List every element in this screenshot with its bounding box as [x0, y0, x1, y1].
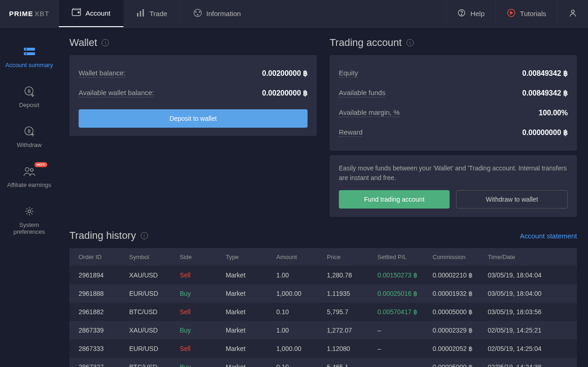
equity-value: 0.00849342 ฿	[522, 69, 568, 78]
cell-symbol: BTC/USD	[129, 308, 180, 316]
cell-comm: 0.00005000 ฿	[433, 363, 488, 367]
affiliate-icon	[23, 165, 35, 178]
cell-orderid: 2867327	[79, 363, 129, 367]
svg-point-6	[195, 11, 196, 12]
gear-icon	[24, 205, 34, 218]
cell-type: Market	[226, 308, 276, 316]
withdraw-wallet-button[interactable]: Withdraw to wallet	[456, 190, 568, 209]
play-icon	[507, 9, 515, 18]
table-row[interactable]: 2961888EUR/USDBuyMarket1,000.001.119350.…	[69, 284, 577, 303]
margin-value: 100.00%	[539, 109, 568, 117]
svg-text:฿: ฿	[27, 88, 30, 94]
svg-point-1	[78, 12, 80, 13]
cell-pl: –	[377, 327, 433, 334]
chart-icon	[137, 9, 145, 18]
cell-pl: 0.00150273 ฿	[377, 271, 433, 279]
wallet-title: Wallet	[69, 37, 97, 49]
sidebar-item-system[interactable]: System preferences	[0, 197, 58, 243]
cell-price: 1.11935	[327, 290, 377, 297]
cell-symbol: BTC/USD	[129, 363, 180, 367]
sidebar-item-deposit[interactable]: ฿ Deposit	[0, 77, 58, 117]
deposit-icon: ฿	[24, 85, 35, 98]
cell-price: 1,272.07	[327, 327, 377, 334]
sidebar-summary-label: Account summary	[5, 62, 53, 68]
table-row[interactable]: 2961894XAU/USDSellMarket1.001,280.780.00…	[69, 266, 577, 284]
info-icon[interactable]: i	[141, 232, 148, 239]
main-content: Wallet i Wallet balance: 0.00200000 ฿ Av…	[58, 28, 588, 367]
table-row[interactable]: 2867339XAU/USDBuyMarket1.001,272.07–0.00…	[69, 321, 577, 339]
table-row[interactable]: 2961882BTC/USDSellMarket0.105,795.70.005…	[69, 303, 577, 321]
tab-profile[interactable]	[557, 0, 588, 27]
sidebar-item-affiliate[interactable]: HOT! Affiliate earnings	[0, 157, 58, 197]
cell-comm: 0.00001932 ฿	[433, 290, 488, 297]
cell-side: Sell	[180, 271, 226, 279]
col-type: Type	[226, 254, 276, 260]
cell-amount: 1.00	[276, 271, 327, 279]
tab-help-label: Help	[470, 10, 485, 17]
cell-price: 1,280.78	[327, 271, 377, 279]
col-price: Price	[327, 254, 377, 260]
table-row[interactable]: 2867333EUR/USDSellMarket1,000.001.12080–…	[69, 339, 577, 358]
fund-trading-button[interactable]: Fund trading account	[339, 190, 450, 209]
tab-trade[interactable]: Trade	[124, 0, 181, 27]
svg-rect-3	[140, 11, 141, 17]
wallet-balance-value: 0.00200000 ฿	[262, 69, 308, 78]
svg-point-21	[25, 168, 29, 171]
hot-badge: HOT!	[34, 162, 47, 167]
margin-label: Available margin, %	[339, 108, 400, 117]
info-icon[interactable]: i	[102, 39, 109, 46]
cell-amount: 0.10	[276, 308, 327, 316]
cell-comm: 0.00002052 ฿	[433, 345, 488, 352]
sidebar-affiliate-label: Affiliate earnings	[7, 181, 51, 188]
tab-information[interactable]: Information	[181, 0, 254, 27]
cell-orderid: 2961888	[79, 290, 129, 297]
deposit-to-wallet-button[interactable]: Deposit to wallet	[79, 109, 308, 128]
right-tabs: Help Tutorials	[446, 0, 588, 27]
cell-amount: 1,000.00	[276, 345, 327, 352]
transfer-box: Easily move funds between your 'Wallet' …	[330, 155, 577, 217]
wallet-balance-label: Wallet balance:	[79, 69, 126, 78]
tab-account[interactable]: Account	[59, 0, 124, 27]
help-icon	[457, 9, 466, 18]
summary-icon	[24, 45, 35, 58]
wallet-panel: Wallet i Wallet balance: 0.00200000 ฿ Av…	[69, 37, 317, 136]
cell-side: Buy	[180, 363, 226, 367]
cell-orderid: 2961894	[79, 271, 129, 279]
tab-help[interactable]: Help	[446, 0, 496, 27]
sidebar-withdraw-label: Withdraw	[17, 141, 41, 148]
cell-type: Market	[226, 345, 276, 352]
cell-price: 5,465.1	[327, 363, 377, 367]
col-pl: Settled P/L	[377, 254, 433, 260]
trading-title-row: Trading account i	[330, 37, 577, 49]
cell-comm: 0.00002210 ฿	[433, 271, 488, 279]
cell-symbol: EUR/USD	[129, 345, 180, 352]
cell-side: Buy	[180, 327, 226, 334]
svg-rect-4	[143, 9, 144, 17]
col-date: Time/Date	[488, 254, 568, 260]
col-symbol: Symbol	[129, 254, 180, 260]
tab-account-label: Account	[86, 9, 110, 17]
tab-tutorials[interactable]: Tutorials	[496, 0, 557, 27]
account-statement-link[interactable]: Account statement	[520, 232, 577, 240]
cell-amount: 0.10	[276, 363, 327, 367]
svg-point-8	[197, 14, 198, 15]
wallet-avail-value: 0.00200000 ฿	[262, 89, 308, 97]
svg-point-23	[28, 210, 31, 213]
reward-label: Reward	[339, 128, 363, 137]
cell-type: Market	[226, 271, 276, 279]
funds-value: 0.00849342 ฿	[522, 89, 568, 97]
sidebar-system-label: System preferences	[4, 221, 55, 235]
cell-date: 02/05/19, 14:25:21	[488, 327, 568, 334]
cell-comm: 0.00005000 ฿	[433, 308, 488, 316]
info-icon[interactable]: i	[406, 39, 414, 46]
transfer-text: Easily move funds between your 'Wallet' …	[339, 164, 568, 183]
logo[interactable]: PRIME XBT	[0, 10, 58, 17]
cell-side: Sell	[180, 345, 226, 352]
sidebar-item-summary[interactable]: Account summary	[0, 37, 58, 77]
sidebar-item-withdraw[interactable]: ฿ Withdraw	[0, 117, 58, 157]
table-row[interactable]: 2867327BTC/USDBuyMarket0.105,465.1–0.000…	[69, 358, 577, 367]
cell-amount: 1.00	[276, 327, 327, 334]
logo-primary: PRIME	[9, 10, 34, 17]
cell-amount: 1,000.00	[276, 290, 327, 297]
reward-value: 0.00000000 ฿	[522, 128, 568, 137]
